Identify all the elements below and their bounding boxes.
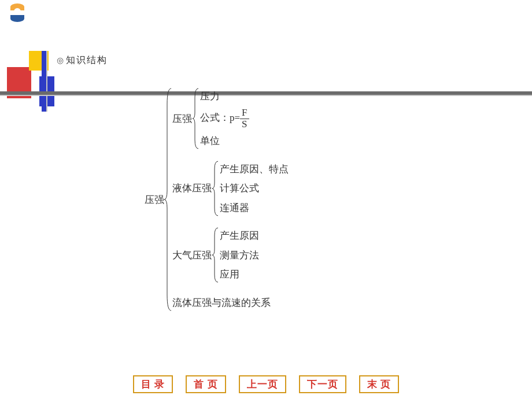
item: 连通器: [220, 198, 289, 217]
section-atmosphere: 大气压强 产生原因 测量方法 应用: [172, 226, 289, 284]
concept-map: 压强 压强 压力 公式：p=FS 单位 液体压强 产生原因、特点: [145, 87, 289, 312]
root-label: 压强: [145, 195, 164, 205]
diamond-icon: ◎: [57, 56, 65, 65]
item: 公式：p=FS: [200, 106, 249, 131]
first-page-button[interactable]: 首 页: [186, 375, 226, 393]
item: 产生原因、特点: [220, 160, 289, 179]
item: 压力: [200, 87, 249, 106]
item: 计算公式: [220, 179, 289, 198]
section-pressure: 压强 压力 公式：p=FS 单位: [172, 87, 289, 150]
item: 单位: [200, 131, 249, 150]
brace-icon: [164, 87, 172, 312]
item: 应用: [220, 265, 259, 284]
item: 产生原因: [220, 226, 259, 245]
last-page-button[interactable]: 末 页: [359, 375, 399, 393]
section-fluid: 流体压强与流速的关系: [172, 293, 289, 312]
navigation-bar: 目 录 首 页 上一页 下一页 末 页: [0, 375, 532, 393]
prev-page-button[interactable]: 上一页: [239, 375, 286, 393]
item: 测量方法: [220, 246, 259, 265]
app-logo: [7, 2, 28, 23]
next-page-button[interactable]: 下一页: [299, 375, 346, 393]
title-ornament: [7, 51, 56, 112]
slide-title: ◎知识结构: [57, 54, 108, 66]
section-liquid: 液体压强 产生原因、特点 计算公式 连通器: [172, 160, 289, 217]
toc-button[interactable]: 目 录: [133, 375, 173, 393]
